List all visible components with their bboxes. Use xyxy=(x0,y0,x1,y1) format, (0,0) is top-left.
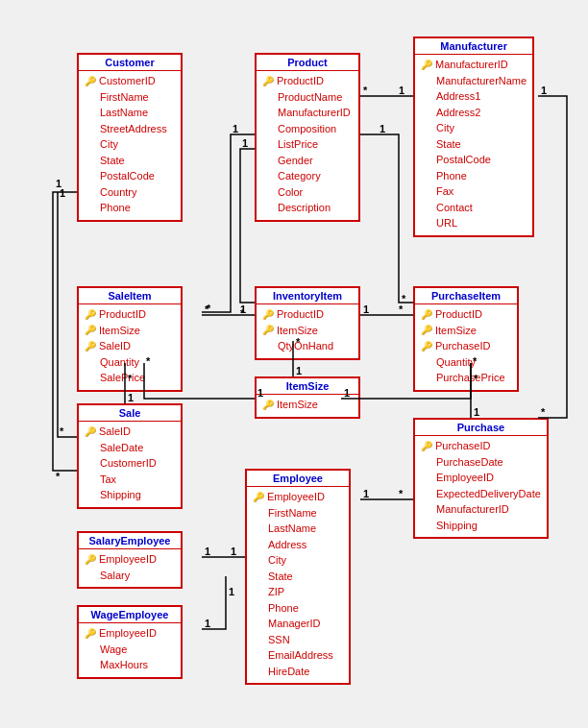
entity-title-wageemployee: WageEmployee xyxy=(79,607,181,623)
entity-fields-inventoryitem: 🔑ProductID🔑ItemSizeQtyOnHand xyxy=(257,304,358,358)
field-row: State xyxy=(421,136,527,153)
entity-fields-itemsize: 🔑ItemSize xyxy=(257,395,358,417)
field-name: FirstName xyxy=(268,505,317,522)
field-name: MaxHours xyxy=(100,657,148,673)
field-row: ManufacturerID xyxy=(421,501,541,518)
field-name: ProductName xyxy=(278,89,342,106)
svg-text:1: 1 xyxy=(363,303,369,315)
field-row: 🔑PurchaseID xyxy=(421,338,511,354)
field-row: LastName xyxy=(253,521,343,537)
field-row: EmailAddress xyxy=(253,647,343,664)
svg-text:1: 1 xyxy=(242,137,248,149)
svg-text:1: 1 xyxy=(380,123,385,134)
field-row: Address1 xyxy=(421,88,527,105)
field-name: ManufacturerName xyxy=(436,73,527,89)
field-row: Quantity xyxy=(421,354,511,371)
field-name: SaleDate xyxy=(100,440,143,456)
entity-fields-manufacturer: 🔑ManufacturerIDManufacturerNameAddress1A… xyxy=(415,55,532,235)
key-icon: 🔑 xyxy=(85,323,96,337)
entity-fields-customer: 🔑CustomerIDFirstNameLastNameStreetAddres… xyxy=(79,71,181,220)
field-row: State xyxy=(85,153,175,169)
field-name: Country xyxy=(100,184,137,201)
field-row: Country xyxy=(85,184,175,201)
field-name: SalePrice xyxy=(100,370,145,386)
field-row: ManufacturerName xyxy=(421,73,527,89)
entity-title-manufacturer: Manufacturer xyxy=(415,38,532,55)
field-row: 🔑EmployeeID xyxy=(85,625,175,642)
field-name: State xyxy=(436,136,461,153)
svg-text:1: 1 xyxy=(205,618,210,629)
key-icon: 🔑 xyxy=(262,398,274,412)
key-icon: 🔑 xyxy=(85,307,96,322)
key-icon: 🔑 xyxy=(421,58,432,72)
field-name: Phone xyxy=(100,200,131,216)
svg-text:1: 1 xyxy=(541,85,547,96)
key-icon: 🔑 xyxy=(262,323,274,337)
entity-wageemployee: WageEmployee🔑EmployeeIDWageMaxHours xyxy=(77,605,183,679)
entity-salaryemployee: SalaryEmployee🔑EmployeeIDSalary xyxy=(77,531,183,589)
svg-text:1: 1 xyxy=(363,488,369,499)
field-name: State xyxy=(100,153,125,169)
field-name: EmployeeID xyxy=(436,470,494,486)
field-name: ItemSize xyxy=(277,397,318,413)
field-name: SSN xyxy=(268,632,290,648)
field-name: Tax xyxy=(100,472,116,488)
field-name: Salary xyxy=(100,568,130,584)
field-name: Phone xyxy=(268,600,299,617)
svg-text:1: 1 xyxy=(205,546,210,557)
key-icon: 🔑 xyxy=(262,74,274,88)
field-row: CustomerID xyxy=(85,455,175,472)
field-row: Shipping xyxy=(421,518,541,534)
field-row: 🔑ProductID xyxy=(262,306,353,323)
field-row: Phone xyxy=(421,168,527,184)
field-row: Phone xyxy=(253,600,343,617)
svg-text:*: * xyxy=(402,293,406,304)
svg-text:1: 1 xyxy=(231,546,236,557)
field-row: Phone xyxy=(85,200,175,216)
field-row: SSN xyxy=(253,632,343,648)
field-row: 🔑ItemSize xyxy=(262,397,353,413)
field-row: ProductName xyxy=(262,89,353,106)
field-row: PurchasePrice xyxy=(421,370,511,386)
field-name: URL xyxy=(436,215,457,231)
entity-title-itemsize: ItemSize xyxy=(257,378,358,395)
field-row: Address xyxy=(253,537,343,553)
field-name: Quantity xyxy=(436,354,476,371)
field-name: SaleID xyxy=(99,338,131,354)
key-icon: 🔑 xyxy=(85,74,96,88)
field-row: ExpectedDeliveryDate xyxy=(421,486,541,502)
field-name: CustomerID xyxy=(99,73,156,89)
field-row: PurchaseDate xyxy=(421,454,541,471)
field-name: ManufacturerID xyxy=(435,57,508,73)
entity-fields-employee: 🔑EmployeeIDFirstNameLastNameAddressCityS… xyxy=(247,487,349,683)
field-row: URL xyxy=(421,215,527,231)
svg-text:1: 1 xyxy=(296,365,302,376)
key-icon: 🔑 xyxy=(85,339,96,353)
field-name: ProductID xyxy=(435,306,482,323)
svg-text:*: * xyxy=(60,425,64,437)
field-row: 🔑ManufacturerID xyxy=(421,57,527,73)
field-row: Color xyxy=(262,184,353,201)
field-name: ItemSize xyxy=(277,323,318,339)
entity-fields-wageemployee: 🔑EmployeeIDWageMaxHours xyxy=(79,623,181,677)
svg-text:1: 1 xyxy=(233,123,238,134)
field-name: QtyOnHand xyxy=(278,338,333,354)
field-row: Composition xyxy=(262,121,353,137)
field-name: FirstName xyxy=(100,89,149,106)
entity-customer: Customer🔑CustomerIDFirstNameLastNameStre… xyxy=(77,53,183,222)
entity-inventoryitem: InventoryItem🔑ProductID🔑ItemSizeQtyOnHan… xyxy=(255,286,360,360)
field-row: ManagerID xyxy=(253,616,343,632)
field-row: Salary xyxy=(85,568,175,584)
field-name: StreetAddress xyxy=(100,121,167,137)
field-name: EmployeeID xyxy=(267,489,325,505)
field-row: 🔑ProductID xyxy=(85,306,175,323)
key-icon: 🔑 xyxy=(421,323,432,337)
field-row: 🔑ItemSize xyxy=(262,323,353,339)
svg-text:1: 1 xyxy=(399,85,404,96)
field-name: ManufacturerID xyxy=(278,105,351,121)
field-name: HireDate xyxy=(268,664,309,680)
entity-fields-sale: 🔑SaleIDSaleDateCustomerIDTaxShipping xyxy=(79,422,181,507)
field-name: EmployeeID xyxy=(99,551,157,568)
entity-product: Product🔑ProductIDProductNameManufacturer… xyxy=(255,53,360,222)
field-row: Quantity xyxy=(85,354,175,371)
